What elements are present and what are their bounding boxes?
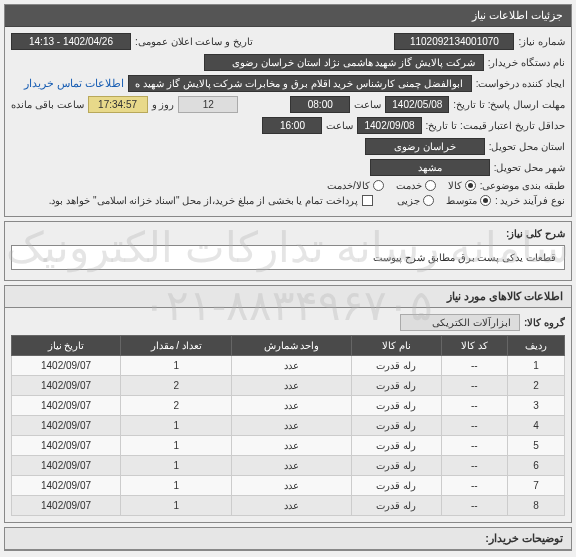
buyer-notes-label: توضیحات خریدار: [5, 528, 571, 550]
budget-both-radio[interactable]: کالا/خدمت [327, 180, 384, 191]
remain-days: 12 [178, 96, 238, 113]
footer-panel: توضیحات خریدار: [4, 527, 572, 551]
remain-text: ساعت باقی مانده [11, 99, 84, 110]
group-value: ابزارآلات الکتریکی [400, 314, 520, 331]
cell-unit: عدد [232, 376, 352, 396]
days-and-label: روز و [152, 99, 175, 110]
th-date: تاریخ نیاز [12, 336, 121, 356]
table-row: 5--رله قدرتعدد11402/09/07 [12, 436, 565, 456]
cell-date: 1402/09/07 [12, 496, 121, 516]
cell-name: رله قدرت [351, 396, 441, 416]
cell-code: -- [441, 376, 507, 396]
cell-date: 1402/09/07 [12, 476, 121, 496]
th-code: کد کالا [441, 336, 507, 356]
cell-qty: 1 [121, 496, 232, 516]
cell-code: -- [441, 476, 507, 496]
buy-partial-radio[interactable]: جزیی [397, 195, 434, 206]
cell-unit: عدد [232, 456, 352, 476]
buy-small-label: متوسط [446, 195, 477, 206]
cell-qty: 2 [121, 396, 232, 416]
cell-code: -- [441, 436, 507, 456]
cell-code: -- [441, 416, 507, 436]
cell-code: -- [441, 456, 507, 476]
cell-qty: 1 [121, 356, 232, 376]
th-qty: تعداد / مقدار [121, 336, 232, 356]
table-row: 3--رله قدرتعدد21402/09/07 [12, 396, 565, 416]
pay-checkbox[interactable] [362, 195, 373, 206]
budget-goods-label: کالا [448, 180, 462, 191]
cell-code: -- [441, 396, 507, 416]
cell-row: 1 [507, 356, 564, 376]
panel-title: جزئیات اطلاعات نیاز [5, 5, 571, 27]
valid-time-value: 16:00 [262, 117, 322, 134]
cell-code: -- [441, 496, 507, 516]
cell-unit: عدد [232, 436, 352, 456]
cell-date: 1402/09/07 [12, 456, 121, 476]
th-row: ردیف [507, 336, 564, 356]
city-value: مشهد [370, 159, 490, 176]
province-value: خراسان رضوی [365, 138, 485, 155]
desc-text: قطعات یدکی پست برق مطابق شرح پیوست [11, 245, 565, 270]
radio-icon [425, 180, 436, 191]
cell-date: 1402/09/07 [12, 396, 121, 416]
cell-unit: عدد [232, 476, 352, 496]
cell-name: رله قدرت [351, 356, 441, 376]
resp-deadline-label: مهلت ارسال پاسخ: تا تاریخ: [453, 99, 565, 110]
cell-row: 7 [507, 476, 564, 496]
cell-date: 1402/09/07 [12, 356, 121, 376]
cell-row: 8 [507, 496, 564, 516]
time-label-2: ساعت [326, 120, 353, 131]
contact-link[interactable]: اطلاعات تماس خریدار [24, 77, 124, 90]
buy-type-label: نوع فرآیند خرید : [495, 195, 565, 206]
items-table: ردیف کد کالا نام کالا واحد شمارش تعداد /… [11, 335, 565, 516]
cell-name: رله قدرت [351, 456, 441, 476]
valid-label: حداقل تاریخ اعتبار قیمت: تا تاریخ: [426, 120, 565, 131]
table-row: 6--رله قدرتعدد11402/09/07 [12, 456, 565, 476]
buy-partial-label: جزیی [397, 195, 420, 206]
cell-row: 3 [507, 396, 564, 416]
budget-service-radio[interactable]: خدمت [396, 180, 436, 191]
requester-label: ایجاد کننده درخواست: [476, 78, 565, 89]
cell-qty: 1 [121, 456, 232, 476]
items-section-title: اطلاعات کالاهای مورد نیاز [5, 286, 571, 308]
radio-icon [373, 180, 384, 191]
budget-service-label: خدمت [396, 180, 422, 191]
th-unit: واحد شمارش [232, 336, 352, 356]
cell-name: رله قدرت [351, 496, 441, 516]
table-row: 1--رله قدرتعدد11402/09/07 [12, 356, 565, 376]
time-label-1: ساعت [354, 99, 381, 110]
main-panel: جزئیات اطلاعات نیاز شماره نیاز: 11020921… [4, 4, 572, 217]
buy-type-radio-group: متوسط جزیی [397, 195, 491, 206]
cell-row: 2 [507, 376, 564, 396]
cell-qty: 1 [121, 476, 232, 496]
th-name: نام کالا [351, 336, 441, 356]
need-no-value: 1102092134001070 [394, 33, 514, 50]
cell-name: رله قدرت [351, 436, 441, 456]
desc-panel: شرح کلی نیاز: قطعات یدکی پست برق مطابق ش… [4, 221, 572, 281]
items-panel: اطلاعات کالاهای مورد نیاز گروه کالا: ابز… [4, 285, 572, 523]
radio-icon [423, 195, 434, 206]
buyer-label: نام دستگاه خریدار: [488, 57, 565, 68]
countdown: 17:34:57 [88, 96, 148, 113]
resp-time-value: 08:00 [290, 96, 350, 113]
cell-unit: عدد [232, 416, 352, 436]
budget-goods-radio[interactable]: کالا [448, 180, 476, 191]
radio-icon [480, 195, 491, 206]
cell-qty: 1 [121, 416, 232, 436]
pub-date-label: تاریخ و ساعت اعلان عمومی: [135, 36, 253, 47]
cell-qty: 2 [121, 376, 232, 396]
need-no-label: شماره نیاز: [518, 36, 565, 47]
valid-date-value: 1402/09/08 [357, 117, 421, 134]
province-label: استان محل تحویل: [489, 141, 565, 152]
cell-row: 4 [507, 416, 564, 436]
cell-date: 1402/09/07 [12, 416, 121, 436]
desc-label: شرح کلی نیاز: [506, 228, 565, 239]
table-row: 4--رله قدرتعدد11402/09/07 [12, 416, 565, 436]
city-label: شهر محل تحویل: [494, 162, 565, 173]
cell-name: رله قدرت [351, 376, 441, 396]
buy-small-radio[interactable]: متوسط [446, 195, 491, 206]
pay-note: پرداخت تمام یا بخشی از مبلغ خرید،از محل … [49, 195, 358, 206]
cell-date: 1402/09/07 [12, 376, 121, 396]
cell-row: 5 [507, 436, 564, 456]
cell-name: رله قدرت [351, 476, 441, 496]
